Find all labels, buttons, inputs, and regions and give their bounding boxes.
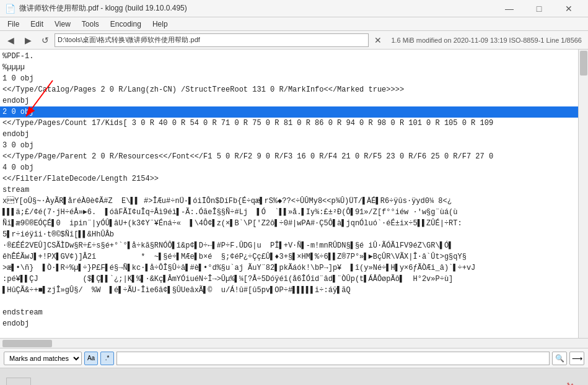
bottom-area: 下载地 PDF: [0, 368, 588, 385]
search-next-button[interactable]: ⟶: [569, 352, 584, 365]
line-text: endobj: [2, 95, 29, 106]
menu-tools[interactable]: Tools: [77, 19, 104, 30]
forward-button[interactable]: ▶: [20, 33, 36, 48]
horizontal-scrollbar[interactable]: [0, 338, 588, 348]
reload-button[interactable]: ↺: [37, 33, 53, 48]
editor-line: %µµµµ: [0, 62, 578, 73]
app-icon: 📄: [5, 4, 15, 14]
scroll-thumb[interactable]: [580, 51, 587, 76]
line-text: endobj: [2, 129, 29, 140]
title-bar: 📄 微讲师软件使用帮助.pdf - klogg (build 19.10.0.4…: [0, 0, 588, 17]
editor-area[interactable]: %PDF-1.%µµµµ1 0 obj<</Type/Catalog/Pages…: [0, 50, 578, 338]
close-button[interactable]: ✕: [555, 0, 583, 17]
editor-line: 1 0 obj: [0, 73, 578, 84]
title-bar-controls: — □ ✕: [495, 0, 583, 17]
line-text: <</Type/Pages/Count 17/Kids[ 3 0 R 40 0 …: [2, 118, 493, 129]
line-text: xY[oÛ§~·ÀyÃR▌åréÀ0è¢Ã#Z E\▌▌ #>ÎÆu#÷nÜ-…: [2, 196, 452, 207]
search-dropdown[interactable]: Marks and matches: [4, 352, 82, 365]
editor-line: stream: [0, 184, 578, 196]
editor-line: ·®£ÉÉ2VEÛ]CSÃÌDw§R÷£÷s§é+°`°▌å÷kã§RNÓÔ▌î…: [0, 240, 578, 251]
editor-line: endobj: [0, 95, 578, 106]
case-sensitive-button[interactable]: Aa: [84, 352, 98, 365]
editor-line: [0, 296, 578, 307]
line-text: <</Type/Catalog/Pages 2 0 R/Lang(zh-CN) …: [2, 84, 404, 95]
editor-line: <</Filter/FlateDecode/Length 2154>>: [0, 173, 578, 184]
editor-line: endobj: [0, 129, 578, 140]
line-text: <</Filter/FlateDecode/Length 2154>>: [2, 173, 159, 184]
line-text: ▌▌▌ä;£/¢é(7·jH÷éÅ»►6. ▌óâFÃI¢uÎq÷Åì9éì▌-…: [2, 207, 458, 218]
editor-line: 2 0 obj: [0, 106, 578, 118]
line-text: 2 0 obj: [2, 106, 33, 118]
vertical-scrollbar[interactable]: [578, 50, 588, 338]
back-button[interactable]: ◀: [2, 33, 19, 48]
line-text: 5▌r÷iéÿîi·t®©$Ñî[▌▌&HhÛÂb: [2, 229, 114, 240]
line-text: :pé¥▌▌ÇJ ($▌Ç▌▌`¿;|K▌%▌·&Kç▌ÂmYÓiuéN÷Î→>…: [2, 274, 453, 285]
line-text: <</Type/Page/Parent 2 0 R/Resources<</Fo…: [2, 151, 493, 162]
window-title: 微讲师软件使用帮助.pdf - klogg (build 19.10.0.495…: [19, 3, 187, 14]
content-area: %PDF-1.%µµµµ1 0 obj<</Type/Catalog/Pages…: [0, 50, 588, 348]
toolbar: ◀ ▶ ↺ ✕ 1.6 MiB modified on 2020-11-09 1…: [0, 31, 588, 50]
editor-line: endstream: [0, 307, 578, 318]
line-text: ·®£ÉÉ2VEÛ]CSÃÌDw§R÷£÷s§é+°`°▌å÷kã§RNÓÔ▌î…: [2, 240, 453, 251]
menu-help[interactable]: Help: [147, 19, 173, 30]
line-text: 1 0 obj: [2, 73, 33, 84]
search-prev-button[interactable]: 🔍: [552, 352, 567, 365]
line-text: endstream: [2, 307, 43, 318]
address-bar-container: [55, 33, 369, 47]
line-text: êhÊÉÃwJ▌+!PX▌GV¢)]Â2î * ~▌§é÷▌MÆe▌b×é §;…: [2, 251, 467, 262]
maximize-button[interactable]: □: [525, 0, 553, 17]
line-text: ▌HûÇÃ&÷+■▌zjÎ»gÛ§/ %W ▌é▌÷ÃU-Îìe6â¢▌§ÛUe…: [2, 285, 351, 296]
editor-line: :pé¥▌▌ÇJ ($▌Ç▌▌`¿;|K▌%▌·&Kç▌ÂmYÓiuéN÷Î→>…: [0, 274, 578, 285]
minimize-button[interactable]: —: [495, 0, 524, 17]
editor-line: <</Type/Pages/Count 17/Kids[ 3 0 R 40 0 …: [0, 118, 578, 129]
h-scroll-thumb[interactable]: [2, 340, 52, 347]
line-text: 4 0 obj: [2, 162, 33, 173]
thumbnail-preview: PDF: [6, 378, 31, 385]
line-text: %PDF-1.: [2, 51, 33, 62]
editor-with-scroll: %PDF-1.%µµµµ1 0 obj<</Type/Catalog/Pages…: [0, 50, 588, 338]
editor-line: xY[oÛ§~·ÀyÃR▌åréÀ0è¢Ã#Z E\▌▌ #>ÎÆu#÷nÜ-…: [0, 196, 578, 207]
search-input[interactable]: [116, 352, 550, 365]
menu-view[interactable]: View: [50, 19, 76, 30]
regex-button[interactable]: .*: [100, 352, 114, 365]
editor-line: <</Type/Page/Parent 2 0 R/Resources<</Fo…: [0, 151, 578, 162]
editor-line: 5▌r÷iéÿîi·t®©$Ñî[▌▌&HhÛÂb: [0, 229, 578, 240]
editor-line: endobj: [0, 318, 578, 329]
editor-line: ▌HûÇÃ&÷+■▌zjÎ»gÛ§/ %W ▌é▌÷ÃU-Îìe6â¢▌§ÛUe…: [0, 285, 578, 296]
search-bar: Marks and matches Aa .* 🔍 ⟶: [0, 348, 588, 368]
watermark-text: 下载地: [535, 379, 580, 385]
editor-line: êhÊÉÃwJ▌+!PX▌GV¢)]Â2î * ~▌§é÷▌MÆe▌b×é §;…: [0, 251, 578, 262]
menu-encoding[interactable]: Encoding: [105, 19, 146, 30]
menu-bar: File Edit View Tools Encoding Help: [0, 17, 588, 31]
editor-line: <</Type/Catalog/Pages 2 0 R/Lang(zh-CN) …: [0, 84, 578, 95]
editor-line: ▌▌▌ä;£/¢é(7·jH÷éÅ»►6. ▌óâFÃI¢uÎq÷Åì9éì▌-…: [0, 207, 578, 218]
editor-line: Ñî▌æ9©®EÓÇÉ▌0 ipin¨|yÓÛ▌âU+(k3¢Y¨¥Éná÷« …: [0, 218, 578, 229]
editor-line: 4 0 obj: [0, 162, 578, 173]
line-text: endobj: [2, 318, 29, 329]
editor-line: >æ▌•\ñ} ▌Ò·▌R÷%µ▌÷}P£F▌é§→Ñ▌kc·▌å÷ÔÎ§Û÷â…: [0, 262, 578, 274]
line-content: %PDF-1.%µµµµ1 0 obj<</Type/Catalog/Pages…: [0, 50, 578, 331]
address-bar[interactable]: [55, 33, 369, 47]
status-info: 1.6 MiB modified on 2020-11-09 13:19 ISO…: [387, 37, 586, 44]
line-text: >æ▌•\ñ} ▌Ò·▌R÷%µ▌÷}P£F▌é§→Ñ▌kc·▌å÷ÔÎ§Û÷â…: [2, 262, 475, 274]
line-text: stream: [2, 184, 29, 196]
line-text: Ñî▌æ9©®EÓÇÉ▌0 ipin¨|yÓÛ▌âU+(k3¢Y¨¥Éná÷« …: [2, 218, 462, 229]
editor-line: 3 0 obj: [0, 140, 578, 151]
line-text: %µµµµ: [2, 62, 25, 73]
menu-edit[interactable]: Edit: [25, 19, 48, 30]
menu-file[interactable]: File: [2, 19, 24, 30]
title-bar-left: 📄 微讲师软件使用帮助.pdf - klogg (build 19.10.0.4…: [5, 3, 187, 14]
editor-line: %PDF-1.: [0, 51, 578, 62]
close-file-button[interactable]: ✕: [370, 33, 386, 48]
line-text: 3 0 obj: [2, 140, 33, 151]
